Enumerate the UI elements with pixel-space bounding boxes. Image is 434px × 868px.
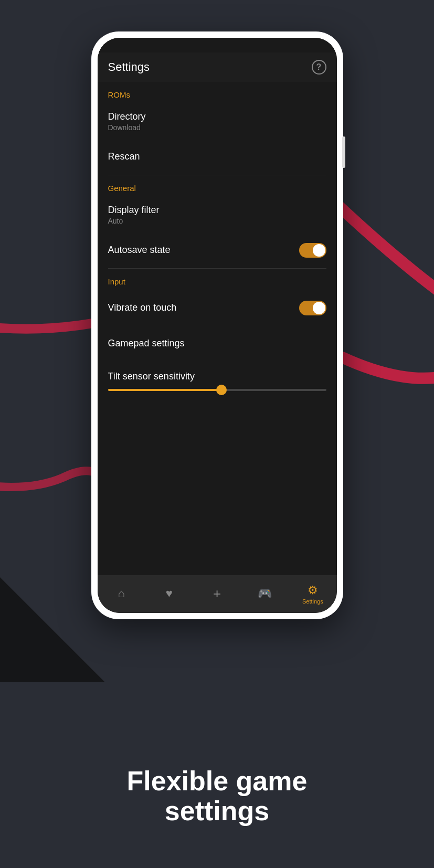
bottom-nav: ⌂ ♥ + 🎮 ⚙ Settings bbox=[98, 575, 337, 613]
section-input: Input bbox=[98, 269, 337, 290]
setting-directory[interactable]: Directory Download bbox=[98, 103, 337, 139]
tagline-line2: settings bbox=[0, 796, 434, 826]
vibrate-toggle-knob bbox=[313, 302, 325, 314]
app-title: Settings bbox=[108, 60, 150, 74]
favorites-icon: ♥ bbox=[166, 587, 173, 600]
settings-icon: ⚙ bbox=[308, 584, 318, 597]
nav-home[interactable]: ⌂ bbox=[98, 575, 145, 613]
tilt-slider-thumb[interactable] bbox=[216, 385, 227, 395]
setting-display-filter-value: Auto bbox=[108, 217, 160, 225]
setting-directory-value: Download bbox=[108, 123, 146, 132]
tagline: Flexible game settings bbox=[0, 766, 434, 826]
nav-settings[interactable]: ⚙ Settings bbox=[289, 575, 336, 613]
section-roms: ROMs bbox=[98, 82, 337, 103]
autosave-toggle[interactable] bbox=[299, 243, 326, 258]
status-bar bbox=[98, 38, 337, 52]
phone-frame: Settings ? ROMs Directory Download Resca… bbox=[91, 31, 343, 619]
setting-rescan[interactable]: Rescan bbox=[98, 139, 337, 175]
setting-autosave[interactable]: Autosave state bbox=[98, 232, 337, 268]
app-header: Settings ? bbox=[98, 52, 337, 82]
tagline-line1: Flexible game bbox=[0, 766, 434, 796]
phone-screen: Settings ? ROMs Directory Download Resca… bbox=[98, 38, 337, 613]
setting-rescan-label: Rescan bbox=[108, 151, 140, 162]
setting-autosave-label: Autosave state bbox=[108, 245, 171, 256]
help-icon[interactable]: ? bbox=[312, 60, 326, 75]
nav-settings-label: Settings bbox=[302, 598, 323, 605]
settings-content: ROMs Directory Download Rescan General bbox=[98, 82, 337, 575]
setting-directory-label: Directory bbox=[108, 111, 146, 122]
vibrate-toggle[interactable] bbox=[299, 301, 326, 315]
phone-mockup: Settings ? ROMs Directory Download Resca… bbox=[91, 31, 343, 619]
tilt-slider-fill bbox=[108, 389, 221, 391]
nav-games[interactable]: 🎮 bbox=[241, 575, 289, 613]
tilt-slider-track bbox=[108, 389, 326, 391]
nav-add[interactable]: + bbox=[193, 575, 241, 613]
setting-gamepad[interactable]: Gamepad settings bbox=[98, 326, 337, 362]
side-button bbox=[342, 136, 345, 168]
home-icon: ⌂ bbox=[118, 587, 124, 600]
setting-vibrate[interactable]: Vibrate on touch bbox=[98, 290, 337, 326]
tilt-slider-container[interactable] bbox=[98, 387, 337, 399]
nav-favorites[interactable]: ♥ bbox=[145, 575, 193, 613]
games-icon: 🎮 bbox=[258, 587, 272, 600]
setting-display-filter-label: Display filter bbox=[108, 205, 160, 216]
section-general: General bbox=[98, 175, 337, 197]
autosave-toggle-knob bbox=[313, 244, 325, 257]
setting-tilt-label: Tilt sensor sensitivity bbox=[108, 371, 195, 382]
setting-display-filter[interactable]: Display filter Auto bbox=[98, 197, 337, 232]
setting-vibrate-label: Vibrate on touch bbox=[108, 302, 177, 313]
setting-tilt[interactable]: Tilt sensor sensitivity bbox=[98, 362, 337, 387]
add-icon: + bbox=[213, 586, 221, 602]
setting-gamepad-label: Gamepad settings bbox=[108, 338, 185, 349]
